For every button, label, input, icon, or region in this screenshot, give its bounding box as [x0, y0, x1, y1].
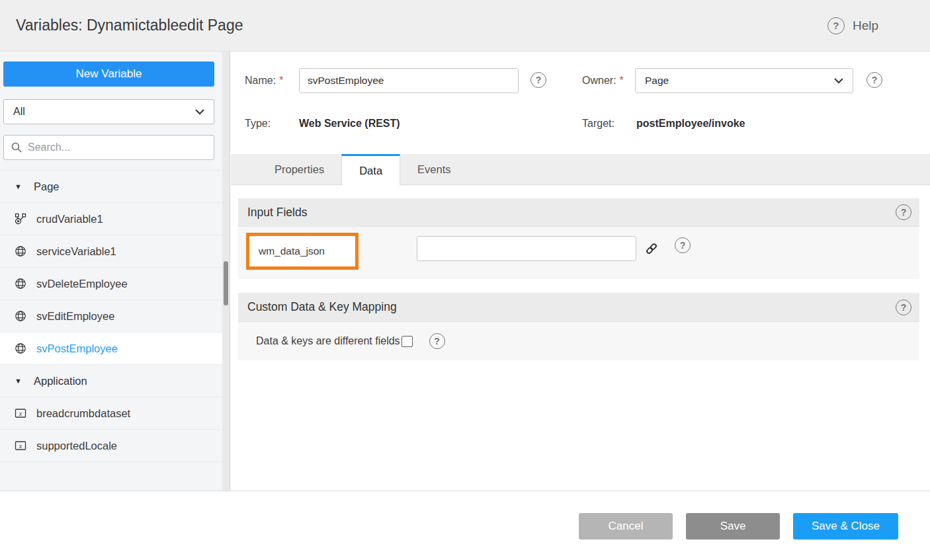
collapse-triangle-icon: ▼: [15, 182, 25, 190]
type-value: Web Service (REST): [299, 118, 400, 130]
variables-dialog: Variables: Dynamictableedit Page ? Help …: [0, 0, 930, 560]
sidebar-item-serviceVariable1[interactable]: serviceVariable1: [0, 235, 223, 268]
owner-select[interactable]: Page: [635, 68, 853, 93]
sidebar-scrollbar[interactable]: [222, 52, 230, 491]
sidebar-item-svDeleteEmployee[interactable]: svDeleteEmployee: [0, 268, 223, 300]
static-variable-icon: x: [15, 440, 26, 452]
tab-events[interactable]: Events: [400, 154, 468, 184]
search-icon: [11, 141, 22, 153]
variable-label: svPostEmployee: [36, 342, 118, 355]
sidebar-item-supportedLocale[interactable]: x supportedLocale: [0, 430, 223, 462]
variable-label: svDeleteEmployee: [36, 278, 128, 290]
variable-label: crudVariable1: [36, 213, 103, 225]
type-label: Type:: [245, 105, 271, 142]
sidebar-item-breadcrumbdataset[interactable]: x breadcrumbdataset: [0, 397, 223, 430]
crud-variable-icon: [15, 213, 26, 225]
input-fields-section: Input Fields ? wm_data_json ?: [238, 198, 919, 279]
tab-data[interactable]: Data: [341, 154, 400, 185]
name-label: Name:*: [245, 68, 283, 93]
dialog-header: Variables: Dynamictableedit Page ? Help: [0, 0, 930, 52]
svg-text:x: x: [19, 410, 22, 417]
sidebar-item-crudVariable1[interactable]: crudVariable1: [0, 203, 223, 235]
variable-label: serviceVariable1: [36, 245, 116, 258]
help-button[interactable]: ? Help: [827, 17, 878, 34]
sidebar-group-page[interactable]: ▼ Page: [0, 171, 223, 203]
input-fields-body: wm_data_json ?: [238, 227, 919, 279]
custom-data-section: Custom Data & Key Mapping ? Data & keys …: [238, 293, 919, 360]
group-label: Application: [34, 375, 87, 387]
bind-link-icon[interactable]: [643, 240, 660, 257]
variable-label: supportedLocale: [36, 440, 117, 452]
static-variable-icon: x: [15, 407, 26, 419]
custom-data-header: Custom Data & Key Mapping ?: [238, 293, 919, 322]
variable-filter-select[interactable]: All: [3, 99, 214, 124]
input-fields-help-icon[interactable]: ?: [896, 204, 911, 220]
variables-sidebar: New Variable All ▼ Page crudVariable1: [0, 52, 230, 491]
page-title: Variables: Dynamictableedit Page: [16, 17, 243, 34]
svg-text:x: x: [19, 442, 22, 450]
wm-data-json-field-label: wm_data_json: [246, 233, 359, 270]
save-button[interactable]: Save: [686, 513, 780, 540]
name-help-icon[interactable]: ?: [530, 72, 546, 88]
service-variable-icon: [15, 310, 26, 322]
target-label: Target:: [582, 105, 614, 142]
owner-selected-value: Page: [645, 75, 669, 87]
variable-detail-panel: Name:* ? Owner:* Page ? Type: Web Servic…: [231, 52, 930, 491]
input-fields-header: Input Fields ?: [238, 198, 919, 227]
scrollbar-thumb[interactable]: [224, 261, 228, 305]
sidebar-group-application[interactable]: ▼ Application: [0, 365, 223, 397]
group-label: Page: [34, 180, 60, 193]
sidebar-item-svPostEmployee[interactable]: svPostEmployee: [0, 333, 223, 365]
target-value: postEmployee/invoke: [636, 118, 745, 130]
required-asterisk: *: [279, 75, 283, 86]
variable-label: breadcrumbdataset: [36, 407, 130, 420]
different-fields-row: Data & keys are different fields ?: [256, 322, 445, 360]
search-input[interactable]: [28, 141, 207, 153]
custom-data-body: Data & keys are different fields ?: [238, 322, 919, 360]
wm-data-json-value-input[interactable]: [417, 236, 636, 261]
different-fields-label: Data & keys are different fields: [256, 335, 400, 347]
detail-tabs: Properties Data Events: [231, 154, 930, 185]
dialog-footer: Cancel Save Save & Close: [0, 491, 930, 560]
tab-properties[interactable]: Properties: [257, 154, 341, 184]
chevron-down-icon: [195, 109, 204, 115]
help-icon: ?: [827, 17, 845, 34]
help-label: Help: [853, 19, 878, 33]
service-variable-icon: [15, 342, 26, 354]
different-fields-help-icon[interactable]: ?: [429, 333, 445, 349]
save-and-close-button[interactable]: Save & Close: [793, 513, 898, 540]
field-help-icon[interactable]: ?: [675, 237, 691, 253]
service-variable-icon: [15, 245, 26, 257]
variable-label: svEditEmployee: [36, 310, 114, 323]
filter-selected-value: All: [13, 106, 25, 118]
custom-data-help-icon[interactable]: ?: [896, 300, 911, 315]
chevron-down-icon: [834, 78, 843, 84]
collapse-triangle-icon: ▼: [15, 377, 25, 385]
required-asterisk: *: [620, 75, 624, 86]
custom-data-title: Custom Data & Key Mapping: [247, 300, 397, 314]
different-fields-checkbox[interactable]: [402, 336, 413, 347]
variable-list: ▼ Page crudVariable1 serviceVariable1 sv…: [0, 170, 223, 462]
variable-search-box: [3, 135, 214, 160]
service-variable-icon: [15, 278, 26, 290]
cancel-button[interactable]: Cancel: [579, 513, 673, 540]
name-input[interactable]: [299, 68, 519, 93]
sidebar-item-svEditEmployee[interactable]: svEditEmployee: [0, 300, 223, 333]
owner-help-icon[interactable]: ?: [867, 72, 882, 88]
owner-label: Owner:*: [582, 68, 624, 93]
new-variable-button[interactable]: New Variable: [3, 61, 214, 87]
input-fields-title: Input Fields: [247, 206, 307, 220]
